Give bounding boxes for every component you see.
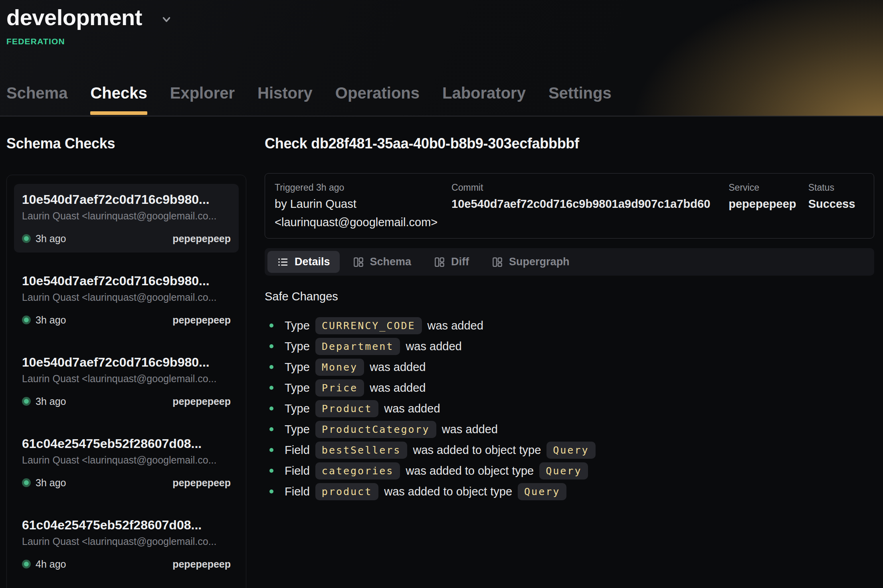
check-author: Laurin Quast <laurinquast@googlemail.co.…	[22, 209, 231, 222]
change-row: Type CURRENCY_CODE was added	[265, 315, 874, 336]
change-row: Type Department was added	[265, 336, 874, 357]
meta-service: Service pepepepeep	[729, 182, 808, 230]
check-service: pepepepeep	[172, 477, 231, 489]
check-hash: 10e540d7aef72c0d716c9b980...	[22, 192, 231, 207]
change-target-chip: Query	[546, 442, 595, 459]
nav-tab-schema[interactable]: Schema	[6, 84, 67, 116]
project-dropdown-button[interactable]	[160, 13, 173, 26]
change-row: Type Money was added	[265, 357, 874, 377]
bullet-icon	[269, 406, 273, 410]
view-tab-diff[interactable]: Diff	[424, 251, 479, 273]
view-tab-schema[interactable]: Schema	[343, 251, 421, 273]
project-name: development	[6, 5, 142, 30]
check-meta: 3h ago pepepepeep	[22, 314, 231, 326]
nav-tab-history[interactable]: History	[257, 84, 313, 116]
check-hash: 61c04e25475eb52f28607d08...	[22, 436, 231, 451]
check-card[interactable]: 10e540d7aef72c0d716c9b980... Laurin Quas…	[14, 184, 239, 253]
nav-tab-explorer[interactable]: Explorer	[170, 84, 235, 116]
change-kind: Type	[285, 361, 310, 374]
list-icon	[277, 256, 289, 268]
check-card[interactable]: 10e540d7aef72c0d716c9b980... Laurin Quas…	[14, 265, 239, 334]
check-card[interactable]: 61c04e25475eb52f28607d08... Laurin Quast…	[14, 509, 239, 578]
safe-changes-title: Safe Changes	[265, 290, 874, 303]
check-meta: 3h ago pepepepeep	[22, 395, 231, 407]
nav-tab-laboratory[interactable]: Laboratory	[442, 84, 526, 116]
nav-tab-settings[interactable]: Settings	[548, 84, 612, 116]
meta-service-value: pepepepeep	[729, 196, 803, 212]
bullet-icon	[269, 324, 273, 328]
columns-icon	[352, 256, 364, 268]
change-row: Field product was added to object type Q…	[265, 481, 874, 502]
view-tab-supergraph-label: Supergraph	[509, 256, 570, 268]
chevron-down-icon	[160, 13, 173, 26]
main-nav: Schema Checks Explorer History Operation…	[6, 84, 612, 116]
project-type-badge: FEDERATION	[6, 37, 883, 46]
nav-tab-checks-label: Checks	[90, 84, 147, 102]
change-text: was added to object type	[413, 444, 541, 457]
bullet-icon	[269, 386, 273, 390]
check-meta: 3h ago pepepepeep	[22, 233, 231, 245]
columns-icon	[491, 256, 503, 268]
view-tab-diff-label: Diff	[451, 256, 469, 268]
check-time: 4h ago	[36, 558, 66, 570]
change-code-chip: Product	[315, 400, 378, 417]
change-code-chip: product	[315, 483, 378, 500]
change-text: was added	[442, 423, 498, 436]
change-kind: Type	[285, 381, 310, 395]
check-author: Laurin Quast <laurinquast@googlemail.co.…	[22, 535, 231, 548]
check-card[interactable]: 61c04e25475eb52f28607d08... Laurin Quast…	[14, 428, 239, 497]
bullet-icon	[269, 469, 273, 473]
app-root: development FEDERATION Schema Checks Exp…	[0, 0, 883, 588]
change-text: was added to object type	[384, 485, 512, 498]
meta-triggered-label: Triggered 3h ago	[275, 182, 447, 193]
bullet-icon	[269, 489, 273, 493]
change-row: Type Price was added	[265, 377, 874, 398]
bullet-icon	[269, 365, 273, 369]
meta-triggered: Triggered 3h ago by Laurin Quast <laurin…	[275, 182, 451, 230]
check-time: 3h ago	[36, 396, 66, 407]
bullet-icon	[269, 344, 273, 348]
change-kind: Field	[285, 485, 310, 498]
meta-triggered-email: <laurinquast@googlemail.com>	[275, 214, 447, 230]
view-tabs: Details Schema Diff	[265, 248, 874, 276]
nav-tab-checks[interactable]: Checks	[90, 84, 147, 116]
check-meta-box: Triggered 3h ago by Laurin Quast <laurin…	[265, 173, 874, 239]
status-success-dot-icon	[22, 397, 31, 406]
check-service: pepepepeep	[172, 396, 231, 407]
view-tab-schema-label: Schema	[370, 256, 412, 268]
change-text: was added	[428, 319, 483, 332]
status-success-dot-icon	[22, 478, 31, 487]
change-code-chip: CURRENCY_CODE	[315, 317, 422, 334]
checks-list[interactable]: 10e540d7aef72c0d716c9b980... Laurin Quas…	[6, 175, 246, 588]
change-row: Field categories was added to object typ…	[265, 460, 874, 481]
change-text: was added	[370, 361, 426, 374]
check-detail-title: Check db28f481-35aa-40b0-b8b9-303ecfabbb…	[265, 135, 874, 152]
check-hash: 10e540d7aef72c0d716c9b980...	[22, 273, 231, 288]
check-author: Laurin Quast <laurinquast@googlemail.co.…	[22, 291, 231, 304]
view-tab-details-label: Details	[295, 256, 330, 268]
status-success-dot-icon	[22, 316, 31, 324]
check-time: 3h ago	[36, 314, 66, 326]
checks-panel-title: Schema Checks	[6, 135, 246, 152]
check-card[interactable]: 10e540d7aef72c0d716c9b980... Laurin Quas…	[14, 347, 239, 415]
view-tab-details[interactable]: Details	[267, 251, 340, 273]
meta-commit-value: 10e540d7aef72c0d716c9b9801a9d907c1a7bd60	[451, 196, 724, 212]
app-header: development FEDERATION Schema Checks Exp…	[0, 0, 883, 116]
meta-status-value: Success	[808, 196, 859, 212]
change-code-chip: Price	[315, 379, 364, 397]
check-service: pepepepeep	[172, 558, 231, 570]
view-tab-supergraph[interactable]: Supergraph	[482, 251, 579, 273]
check-author: Laurin Quast <laurinquast@googlemail.co.…	[22, 372, 231, 385]
meta-status-label: Status	[808, 182, 859, 193]
content: Schema Checks 10e540d7aef72c0d716c9b980.…	[0, 116, 883, 588]
change-row: Field bestSellers was added to object ty…	[265, 440, 874, 460]
change-code-chip: categories	[315, 462, 400, 479]
bullet-icon	[269, 427, 273, 431]
meta-commit-label: Commit	[451, 182, 724, 193]
bullet-icon	[269, 448, 273, 452]
change-code-chip: Department	[315, 338, 400, 355]
check-author: Laurin Quast <laurinquast@googlemail.co.…	[22, 454, 231, 466]
change-kind: Type	[285, 423, 310, 436]
change-row: Type ProductCategory was added	[265, 419, 874, 440]
nav-tab-operations[interactable]: Operations	[335, 84, 420, 116]
